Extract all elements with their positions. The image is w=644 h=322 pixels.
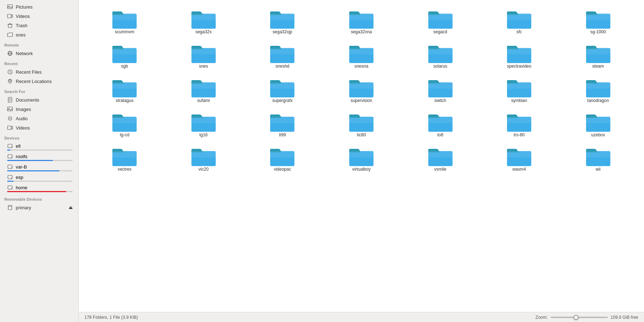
- folder-item-switch[interactable]: switch: [401, 74, 479, 106]
- folder-item-snesna[interactable]: snesna: [323, 40, 400, 72]
- svg-rect-41: [349, 14, 374, 20]
- zoom-control: Zoom: 109.9 GiB free: [536, 315, 638, 320]
- main-content: scummvmsega32xsega32xjpsega32xnasegacdsf…: [79, 0, 644, 322]
- svg-rect-73: [507, 82, 531, 89]
- device-home-label: home: [16, 185, 28, 190]
- folder-item-spectravideo[interactable]: spectravideo: [480, 40, 558, 72]
- remote-header: Remote: [0, 39, 78, 49]
- folder-item-tg-cd[interactable]: tg-cd: [86, 109, 164, 140]
- folder-icon-snes: [7, 32, 13, 38]
- folder-item-vsmile[interactable]: vsmile: [401, 143, 479, 175]
- device-primary-label: primary: [16, 205, 31, 210]
- svg-rect-17: [8, 107, 13, 111]
- sidebar-device-efi[interactable]: efi: [1, 142, 77, 152]
- folder-svg: [348, 146, 374, 167]
- folder-label: sega32xjp: [273, 29, 292, 34]
- folder-svg: [585, 77, 611, 98]
- device-home-bar: [7, 191, 66, 192]
- folder-svg: [269, 43, 295, 64]
- folder-item-symbian[interactable]: symbian: [480, 74, 558, 106]
- device-rootfs-label: rootfs: [16, 154, 28, 159]
- device-esp-bar: [7, 181, 14, 182]
- zoom-slider[interactable]: [551, 317, 608, 318]
- folder-item-vic20[interactable]: vic20: [165, 143, 243, 175]
- folder-item-trs-80[interactable]: trs-80: [480, 109, 558, 140]
- folder-item-sufami[interactable]: sufami: [165, 74, 243, 106]
- svg-point-29: [11, 178, 12, 179]
- folder-item-sega32x[interactable]: sega32x: [165, 6, 243, 37]
- sidebar-item-audio[interactable]: Audio: [1, 114, 77, 123]
- svg-rect-61: [586, 48, 610, 54]
- folder-svg: [348, 43, 374, 64]
- folder-item-virtualboy[interactable]: virtualboy: [323, 143, 400, 175]
- folder-label: scummvm: [115, 29, 135, 34]
- svg-rect-43: [428, 14, 453, 20]
- folder-item-ti99[interactable]: ti99: [244, 109, 321, 140]
- folder-item-supervision[interactable]: supervision: [323, 74, 400, 106]
- folder-label: ti99: [279, 132, 286, 137]
- folder-item-tanodragon[interactable]: tanodragon: [559, 74, 637, 106]
- folder-svg: [428, 112, 453, 132]
- folder-item-solarus[interactable]: solarus: [401, 40, 479, 72]
- drive-icon-varb: [7, 164, 13, 170]
- folder-item-wii[interactable]: wii: [559, 143, 637, 175]
- folder-item-sega32xna[interactable]: sega32xna: [323, 6, 400, 37]
- sidebar-item-documents[interactable]: Documents: [1, 96, 77, 104]
- folder-label: solarus: [433, 64, 447, 69]
- folder-label: symbian: [511, 98, 527, 103]
- folder-item-scummvm[interactable]: scummvm: [86, 6, 164, 37]
- sidebar-item-recent-files[interactable]: Recent Files: [1, 68, 77, 76]
- folder-item-vectrex[interactable]: vectrex: [86, 143, 164, 175]
- video-icon: [7, 13, 13, 19]
- sidebar-item-videos-search[interactable]: Videos: [1, 123, 77, 132]
- sidebar-device-rootfs[interactable]: rootfs: [1, 152, 77, 162]
- folder-item-wasm4[interactable]: wasm4: [480, 143, 558, 175]
- drive-icon-efi: [7, 143, 13, 149]
- folder-item-tg16[interactable]: tg16: [165, 109, 243, 140]
- folder-item-sega32xjp[interactable]: sega32xjp: [244, 6, 321, 37]
- folder-item-stratagus[interactable]: stratagus: [86, 74, 164, 106]
- folder-item-segacd[interactable]: segacd: [401, 6, 479, 37]
- svg-rect-2: [8, 14, 11, 18]
- folder-svg: [112, 77, 137, 98]
- folder-item-to8[interactable]: to8: [401, 109, 479, 140]
- sidebar-item-snes-label: snes: [16, 32, 25, 38]
- sidebar-item-videos[interactable]: Videos: [1, 12, 77, 20]
- folder-svg: [506, 43, 532, 64]
- sidebar-item-recent-locations[interactable]: Recent Locations: [1, 77, 77, 86]
- folder-item-steam[interactable]: steam: [559, 40, 637, 72]
- folder-item-snes[interactable]: snes: [165, 40, 243, 72]
- svg-rect-67: [270, 82, 295, 89]
- slider-thumb: [574, 315, 579, 320]
- sidebar-device-primary[interactable]: primary ⏏: [1, 203, 77, 212]
- sidebar-item-snes[interactable]: snes: [1, 30, 77, 39]
- folder-label: stratagus: [116, 98, 133, 103]
- sidebar-item-network[interactable]: Network: [1, 49, 77, 58]
- sidebar-item-trash[interactable]: Trash: [1, 21, 77, 30]
- folder-item-sg-1000[interactable]: sg-1000: [559, 6, 637, 37]
- folder-item-videopac[interactable]: videopac: [244, 143, 321, 175]
- svg-rect-95: [270, 151, 295, 157]
- folder-item-uzebox[interactable]: uzebox: [559, 109, 637, 140]
- folder-item-sgb[interactable]: sgb: [86, 40, 164, 72]
- svg-point-20: [10, 118, 11, 119]
- folder-item-sneshd[interactable]: sneshd: [244, 40, 321, 72]
- svg-rect-75: [586, 82, 610, 89]
- sidebar-device-home[interactable]: home: [1, 184, 77, 193]
- folder-item-supergrafx[interactable]: supergrafx: [244, 74, 321, 106]
- svg-rect-53: [270, 48, 295, 54]
- svg-rect-21: [8, 126, 11, 130]
- sidebar-device-varb[interactable]: var-B: [1, 163, 77, 172]
- folder-item-tic80[interactable]: tic80: [323, 109, 400, 140]
- eject-icon[interactable]: ⏏: [69, 205, 73, 210]
- folder-svg: [506, 9, 532, 29]
- file-grid-container[interactable]: scummvmsega32xsega32xjpsega32xnasegacdsf…: [79, 0, 644, 312]
- folder-svg: [269, 112, 295, 132]
- folder-label: vic20: [199, 167, 209, 172]
- sidebar-item-pictures[interactable]: Pictures: [1, 3, 77, 11]
- sidebar-item-network-label: Network: [16, 51, 33, 56]
- sidebar-item-images[interactable]: Images: [1, 105, 77, 113]
- svg-rect-83: [349, 117, 374, 123]
- folder-item-sfc[interactable]: sfc: [480, 6, 558, 37]
- sidebar-device-esp[interactable]: esp: [1, 173, 77, 183]
